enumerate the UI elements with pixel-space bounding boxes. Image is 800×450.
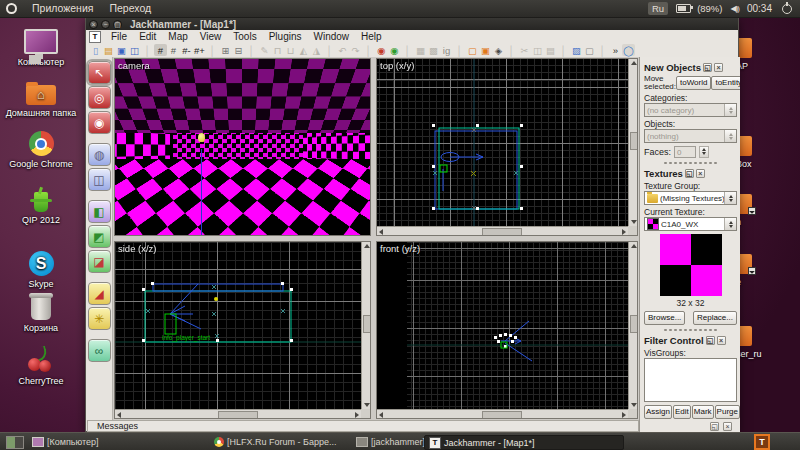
float-panel-icon[interactable]: ◱ [706, 336, 715, 345]
sep[interactable]: │ [557, 44, 570, 56]
save-window-state[interactable]: ⊟ [232, 44, 245, 56]
ignore-groups[interactable]: ig [440, 44, 453, 56]
horizontal-scrollbar[interactable] [377, 409, 628, 418]
desktop-icon-cherrytree[interactable]: CherryTree [2, 345, 80, 386]
undo[interactable]: ↶ [336, 44, 349, 56]
desktop-icon-qip[interactable]: QIP 2012 [2, 184, 80, 225]
hide[interactable]: ◭ [297, 44, 310, 56]
filter-button[interactable]: Purge [715, 405, 740, 419]
move-to-world[interactable]: ◉ [388, 44, 401, 56]
tie-to-entity[interactable]: ◉ [375, 44, 388, 56]
hide-selected[interactable]: ▦ [414, 44, 427, 56]
vertical-scrollbar[interactable] [628, 242, 637, 409]
desktop-icon-home[interactable]: ⌂ Домашняя папка [2, 77, 80, 118]
cordon-edit[interactable]: ▣ [479, 44, 492, 56]
group[interactable]: ⊓ [271, 44, 284, 56]
path-tool[interactable]: ∞ [88, 339, 111, 362]
selection-tool[interactable]: ↖ [88, 61, 111, 84]
load-window-state[interactable]: ⊞ [219, 44, 232, 56]
grid-3d[interactable]: # [167, 44, 180, 56]
sep[interactable]: │ [453, 44, 466, 56]
sep[interactable]: │ [323, 44, 336, 56]
distro-logo-icon[interactable] [6, 3, 17, 14]
menu-item[interactable]: File [105, 31, 133, 42]
apply-current-texture-tool[interactable]: ◩ [88, 225, 111, 248]
close-panel-icon[interactable]: × [696, 169, 705, 178]
sep[interactable]: │ [596, 44, 609, 56]
redo[interactable]: ↷ [349, 44, 362, 56]
jackhammer-tray-icon[interactable]: T [754, 434, 770, 450]
camera-tool[interactable]: ◉ [88, 111, 111, 134]
vertical-scrollbar[interactable] [628, 59, 637, 226]
sep[interactable]: │ [206, 44, 219, 56]
viewport-front[interactable]: front (y/z) [376, 241, 638, 419]
workspace-switcher-icon[interactable] [6, 436, 24, 449]
float-panel-icon[interactable]: ◱ [710, 422, 719, 431]
vertex-tool[interactable]: ✳ [88, 307, 111, 330]
texture-group-select[interactable]: (Missing Textures) [644, 191, 737, 205]
select-box[interactable]: ▢ [583, 44, 596, 56]
close-panel-icon[interactable]: × [717, 336, 726, 345]
keyboard-layout-indicator[interactable]: Ru [648, 2, 668, 15]
sep[interactable]: │ [505, 44, 518, 56]
panel-grip[interactable] [662, 327, 719, 333]
ungroup[interactable]: ⊔ [284, 44, 297, 56]
entity-tool[interactable]: ◍ [88, 143, 111, 166]
float-panel-icon[interactable]: ◱ [703, 63, 712, 72]
power-icon[interactable] [782, 4, 792, 14]
viewport-side[interactable]: info_player_start side (x/z) [114, 241, 371, 419]
new-file[interactable]: ▯ [89, 44, 102, 56]
replace-button[interactable]: Replace... [693, 311, 737, 325]
save[interactable]: ▣ [115, 44, 128, 56]
hide-unselected[interactable]: ▩ [427, 44, 440, 56]
menu-item[interactable]: View [194, 31, 228, 42]
open-folder[interactable]: ▤ [102, 44, 115, 56]
snap-grid[interactable]: # [154, 44, 167, 56]
close-button[interactable]: × [89, 20, 98, 29]
filter-button[interactable]: Assign [644, 405, 672, 419]
viewport-top[interactable]: top (x/y) [376, 58, 638, 236]
horizontal-scrollbar[interactable] [377, 226, 628, 235]
menu-item[interactable]: Edit [133, 31, 162, 42]
menu-item[interactable]: Plugins [263, 31, 308, 42]
messages-panel[interactable]: Messages [87, 420, 639, 432]
desktop-icon-trash[interactable]: Корзина [2, 292, 80, 333]
magnify-tool[interactable]: ◎ [88, 86, 111, 109]
menu-item[interactable]: Map [162, 31, 193, 42]
filter-button[interactable]: Edit [673, 405, 691, 419]
sep[interactable]: │ [362, 44, 375, 56]
panel-menu[interactable]: Переход [101, 0, 159, 17]
grid-smaller[interactable]: #- [180, 44, 193, 56]
current-texture-select[interactable]: C1A0_WX [644, 217, 737, 231]
close-panel-icon[interactable]: × [723, 422, 732, 431]
desktop-icon-skype[interactable]: S Skype [2, 248, 80, 289]
sep[interactable]: │ [401, 44, 414, 56]
desktop-icon-chrome[interactable]: Google Chrome [2, 128, 80, 169]
cut[interactable]: ✂ [518, 44, 531, 56]
panel-menu[interactable]: Приложения [24, 0, 101, 17]
overflow[interactable]: » [609, 44, 622, 56]
texture-lock[interactable]: ▨ [570, 44, 583, 56]
block-tool[interactable]: ◫ [88, 168, 111, 191]
paste[interactable]: ▤ [544, 44, 557, 56]
taskbar-item-jackhammer[interactable]: T Jackhammer - [Map1*] [424, 435, 624, 450]
filter-button[interactable]: Mark [692, 405, 714, 419]
save-all[interactable]: ◫ [128, 44, 141, 56]
carve[interactable]: ✎ [258, 44, 271, 56]
copy[interactable]: ◫ [531, 44, 544, 56]
float-panel-icon[interactable]: ◱ [685, 169, 694, 178]
vertical-scrollbar[interactable] [361, 242, 370, 409]
browse-button[interactable]: Browse... [644, 311, 685, 325]
close-panel-icon[interactable]: × [714, 63, 723, 72]
minimize-button[interactable]: − [101, 20, 110, 29]
front-view-canvas[interactable] [377, 242, 630, 411]
to-world-button[interactable]: toWorld [676, 76, 711, 90]
clipping-tool[interactable]: ◢ [88, 282, 111, 305]
texture-application-tool[interactable]: ◧ [88, 200, 111, 223]
volume-icon[interactable]: ◀)) [730, 4, 738, 13]
visgroups-list[interactable] [644, 358, 737, 402]
light-entity[interactable] [198, 133, 205, 142]
menu-item[interactable]: Help [355, 31, 388, 42]
horizontal-scrollbar[interactable] [115, 409, 361, 418]
top-view-canvas[interactable] [377, 59, 630, 228]
